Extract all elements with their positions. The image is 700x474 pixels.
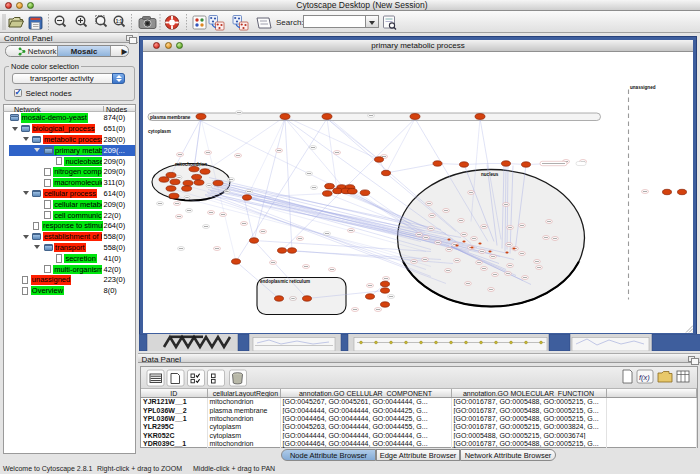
svg-text:nucleus: nucleus: [481, 172, 499, 177]
svg-text:f(x): f(x): [639, 373, 650, 382]
svg-text:plasma membrane: plasma membrane: [150, 114, 191, 119]
svg-text:mitochondrion: mitochondrion: [175, 161, 207, 166]
svg-text:1:1: 1:1: [116, 19, 123, 24]
svg-text:cytoplasm: cytoplasm: [148, 128, 171, 133]
svg-text:endoplasmic reticulum: endoplasmic reticulum: [260, 279, 310, 284]
svg-text:unassigned: unassigned: [630, 84, 656, 89]
